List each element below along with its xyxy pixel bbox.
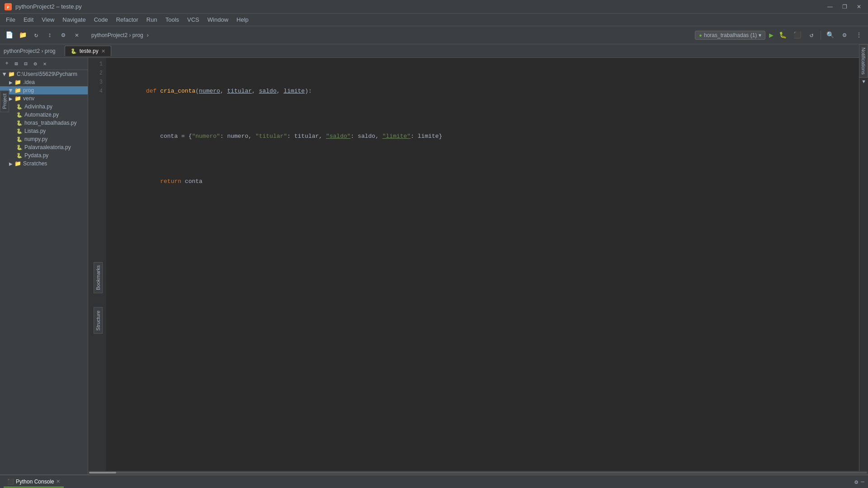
menu-code[interactable]: Code: [90, 15, 112, 24]
editor-area: 1 2 3 4 def cria_conta(numero, titular, …: [88, 58, 868, 474]
scratches-folder-icon: 📁: [14, 160, 21, 167]
listas-icon: 🐍: [16, 128, 23, 134]
root-arrow-icon: ▶: [2, 72, 7, 76]
run-button[interactable]: ▶: [769, 31, 774, 40]
run-restart-icon[interactable]: ↺: [806, 30, 817, 41]
sidebar-close-icon[interactable]: ✕: [41, 60, 49, 68]
title-bar-left: P pythonProject2 – teste.py: [5, 3, 82, 10]
menu-edit[interactable]: Edit: [20, 15, 37, 24]
adivinha-icon: 🐍: [16, 104, 23, 110]
console-minimize-icon[interactable]: —: [861, 479, 864, 486]
code-editor[interactable]: def cria_conta(numero, titular, saldo, l…: [106, 58, 859, 471]
idea-arrow-icon: ▶: [9, 80, 13, 85]
run-config-selector[interactable]: ● horas_trabalhadas (1) ▾: [695, 31, 765, 40]
menu-vcs[interactable]: VCS: [184, 15, 203, 24]
tree-root[interactable]: ▶ 📁 C:\Users\55629\Pycharm: [0, 70, 88, 78]
file-tree: ▶ 📁 C:\Users\55629\Pycharm ▶ 📁 .idea ▶ 📁…: [0, 70, 88, 474]
console-tab-close-icon[interactable]: ✕: [56, 479, 60, 484]
project-side-tab[interactable]: Project: [0, 90, 9, 112]
code-line-1: def cria_conta(numero, titular, saldo, l…: [111, 78, 854, 105]
scrollbar-track: [89, 472, 867, 474]
run-stop-icon[interactable]: ⬛: [792, 30, 802, 41]
menu-navigate[interactable]: Navigate: [59, 15, 89, 24]
menu-help[interactable]: Help: [233, 15, 252, 24]
automatize-label: Automatize.py: [24, 112, 59, 118]
root-label: C:\Users\55629\Pycharm: [17, 71, 77, 77]
project-sidebar: + ⊞ ⊟ ⚙ ✕ ▶ 📁 C:\Users\55629\Pycharm ▶: [0, 58, 88, 474]
menu-window[interactable]: Window: [204, 15, 232, 24]
menu-file[interactable]: File: [2, 15, 19, 24]
maximize-button[interactable]: ❐: [840, 2, 849, 11]
console-tabs: ⬛ Python Console ✕: [4, 477, 64, 488]
prog-folder-icon: 📁: [14, 87, 21, 94]
title-bar: P pythonProject2 – teste.py — ❐ ✕: [0, 0, 868, 14]
search-icon[interactable]: 🔍: [825, 30, 835, 41]
tree-item-listas[interactable]: 🐍 Listas.py: [0, 127, 88, 135]
root-folder-icon: 📁: [8, 71, 15, 77]
file-tab-bar: pythonProject2 › prog 🐍 teste.py ✕: [0, 44, 868, 58]
file-tab-teste[interactable]: 🐍 teste.py ✕: [65, 46, 111, 56]
main-layout: + ⊞ ⊟ ⚙ ✕ ▶ 📁 C:\Users\55629\Pycharm ▶: [0, 58, 868, 474]
menu-refactor[interactable]: Refactor: [113, 15, 142, 24]
tree-item-pydata[interactable]: 🐍 Pydata.py: [0, 151, 88, 160]
folder-icon[interactable]: 📁: [17, 30, 28, 41]
python-console-tab[interactable]: ⬛ Python Console ✕: [4, 477, 64, 488]
python-file-icon: 🐍: [71, 48, 77, 54]
sidebar-header: + ⊞ ⊟ ⚙ ✕: [0, 58, 88, 70]
scratches-label: Scratches: [23, 160, 47, 167]
editor-scrollbar[interactable]: [88, 471, 868, 474]
pydata-label: Pydata.py: [24, 152, 48, 159]
tree-item-horas[interactable]: 🐍 horas_trabalhadas.py: [0, 119, 88, 127]
close-panel-icon[interactable]: ✕: [71, 30, 82, 41]
kw-def: def: [146, 88, 160, 94]
notifications-side-tab[interactable]: Notifications: [859, 44, 868, 78]
sidebar-settings-icon[interactable]: ⚙: [31, 60, 39, 68]
console-settings-icon[interactable]: ⚙: [854, 479, 858, 486]
tree-item-venv[interactable]: ▶ 📁 venv: [0, 94, 88, 103]
sidebar-collapse-icon[interactable]: ⊟: [22, 60, 30, 68]
line-num-2: 2: [88, 69, 103, 78]
right-gutter: ✓ 9 ▲ ▼: [859, 58, 868, 471]
scrollbar-thumb[interactable]: [89, 472, 116, 474]
horas-label: horas_trabalhadas.py: [24, 120, 76, 126]
tree-item-automatize[interactable]: 🐍 Automatize.py: [0, 111, 88, 119]
gutter-down-icon[interactable]: ▼: [862, 79, 865, 84]
more-actions-icon[interactable]: ⋮: [854, 30, 864, 41]
numpy-icon: 🐍: [16, 136, 23, 142]
menu-view[interactable]: View: [38, 15, 58, 24]
bookmarks-side-tab[interactable]: Bookmarks: [94, 262, 103, 293]
venv-label: venv: [23, 95, 34, 102]
window-controls: — ❐ ✕: [826, 2, 863, 11]
idea-label: .idea: [23, 79, 35, 85]
tree-item-adivinha[interactable]: 🐍 Adivinha.py: [0, 103, 88, 111]
menu-run[interactable]: Run: [143, 15, 161, 24]
settings-main-icon[interactable]: ⚙: [839, 30, 850, 41]
tree-item-palavras[interactable]: 🐍 Palavraaleatoria.py: [0, 143, 88, 151]
toolbar-separator: ›: [147, 32, 149, 38]
sync-icon[interactable]: ↻: [31, 30, 42, 41]
structure-side-tab[interactable]: Structure: [94, 307, 103, 334]
toolbar-left: 📄 📁 ↻ ↕ ⚙ ✕: [4, 30, 82, 41]
close-button[interactable]: ✕: [854, 2, 863, 11]
collapse-icon[interactable]: ↕: [44, 30, 55, 41]
new-file-icon[interactable]: 📄: [4, 30, 14, 41]
tree-item-numpy[interactable]: 🐍 numpy.py: [0, 135, 88, 143]
horas-icon: 🐍: [16, 120, 23, 126]
console-tab-icon: ⬛: [7, 479, 14, 485]
run-debug-icon[interactable]: 🐛: [777, 30, 788, 41]
main-toolbar: 📄 📁 ↻ ↕ ⚙ ✕ pythonProject2 › prog › ● ho…: [0, 26, 868, 44]
numpy-label: numpy.py: [24, 136, 47, 142]
minimize-button[interactable]: —: [826, 2, 835, 11]
prog-arrow-icon: ▶: [9, 89, 14, 92]
settings-icon[interactable]: ⚙: [58, 30, 69, 41]
menu-tools[interactable]: Tools: [162, 15, 183, 24]
prog-label: prog: [23, 87, 34, 94]
tab-close-button[interactable]: ✕: [101, 48, 105, 54]
adivinha-label: Adivinha.py: [24, 103, 52, 110]
tree-item-prog[interactable]: ▶ 📁 prog: [0, 86, 88, 94]
tree-item-idea[interactable]: ▶ 📁 .idea: [0, 78, 88, 86]
sidebar-new-icon[interactable]: +: [3, 60, 11, 68]
tree-item-scratches[interactable]: ▶ 📁 Scratches: [0, 160, 88, 168]
sidebar-expand-icon[interactable]: ⊞: [12, 60, 20, 68]
bottom-console-area: ⬛ Python Console ✕ ⚙ — ▶ ≡ ⬛ ☰ ▷ ⧉ ⚙ » +…: [0, 474, 868, 488]
